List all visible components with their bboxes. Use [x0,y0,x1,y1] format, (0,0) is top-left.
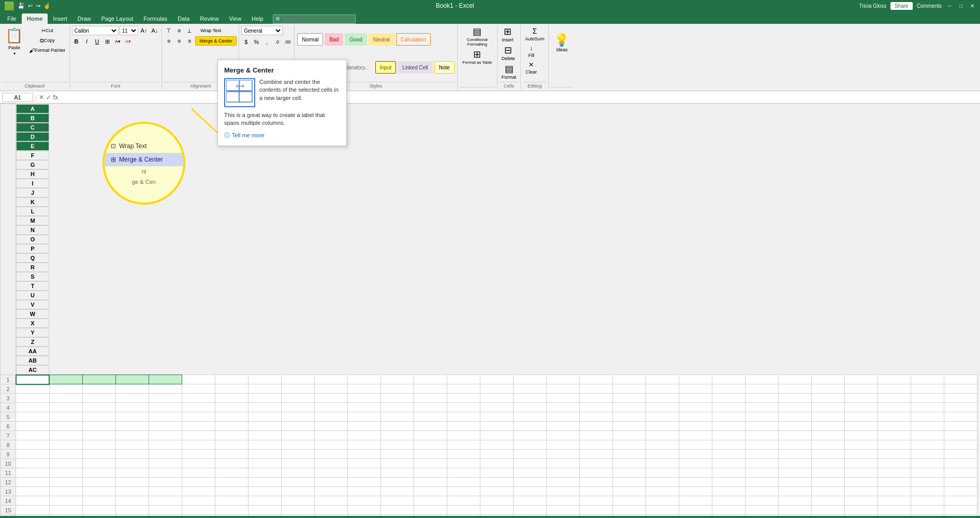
cell[interactable] [646,422,679,431]
cell[interactable] [49,384,82,394]
cell[interactable] [811,384,844,394]
cell[interactable] [16,375,50,384]
col-header-E[interactable]: E [16,141,49,151]
cell[interactable] [712,515,745,516]
cell[interactable] [612,431,646,440]
row-number-4[interactable]: 4 [1,403,16,412]
cell[interactable] [579,384,612,394]
cell[interactable] [381,450,414,459]
tab-insert[interactable]: Insert [48,13,72,24]
cell[interactable] [712,487,745,496]
col-header-J[interactable]: J [16,188,49,197]
col-header-K[interactable]: K [16,197,49,207]
cancel-formula-icon[interactable]: ✕ [39,94,44,101]
cell[interactable] [513,506,546,515]
cell[interactable] [248,375,281,384]
cell[interactable] [182,459,215,468]
cell[interactable] [248,403,281,412]
col-header-P[interactable]: P [16,244,49,253]
cell[interactable] [612,468,646,478]
cell[interactable] [811,403,844,412]
cell[interactable] [414,496,447,506]
cell[interactable] [115,496,149,506]
cell[interactable] [712,440,745,450]
cell[interactable] [944,431,977,440]
cell[interactable] [480,450,513,459]
cell[interactable] [347,487,381,496]
col-header-C[interactable]: C [16,123,49,132]
cell[interactable] [612,478,646,487]
cell[interactable] [82,440,115,450]
tab-data[interactable]: Data [172,13,195,24]
cell[interactable] [844,459,877,468]
cell[interactable] [447,515,480,516]
cell[interactable] [612,496,646,506]
cell[interactable] [579,468,612,478]
cell[interactable] [414,478,447,487]
cell[interactable] [513,468,546,478]
cell[interactable] [811,412,844,422]
cell[interactable] [877,459,911,468]
cell[interactable] [877,403,911,412]
copy-button[interactable]: ⧉ Copy [27,36,67,45]
cell[interactable] [844,375,877,384]
cell[interactable] [49,487,82,496]
cell[interactable] [215,375,248,384]
cell[interactable] [579,394,612,403]
cell[interactable] [944,506,977,515]
cell[interactable] [546,478,579,487]
cell[interactable] [16,384,50,394]
tab-page-layout[interactable]: Page Layout [96,13,138,24]
cell[interactable] [381,431,414,440]
close-button[interactable]: ✕ [969,2,976,9]
cell[interactable] [513,440,546,450]
cell[interactable] [579,440,612,450]
cell[interactable] [679,450,712,459]
cell[interactable] [414,515,447,516]
cell[interactable] [314,440,347,450]
cell[interactable] [513,394,546,403]
cell[interactable] [182,440,215,450]
cell[interactable] [182,384,215,394]
cell[interactable] [811,496,844,506]
row-number-5[interactable]: 5 [1,412,16,422]
row-number-2[interactable]: 2 [1,384,16,394]
cell[interactable] [115,506,149,515]
cell[interactable] [513,515,546,516]
cell[interactable] [513,403,546,412]
cell[interactable] [447,450,480,459]
cell[interactable] [579,459,612,468]
cell[interactable] [115,412,149,422]
cell[interactable] [778,468,811,478]
cell[interactable] [82,394,115,403]
cell[interactable] [778,384,811,394]
cell[interactable] [447,384,480,394]
cell[interactable] [447,375,480,384]
cell[interactable] [877,506,911,515]
cell[interactable] [844,478,877,487]
cell[interactable] [347,496,381,506]
cell[interactable] [16,394,50,403]
cell[interactable] [49,403,82,412]
cell[interactable] [347,394,381,403]
cell[interactable] [82,384,115,394]
cell[interactable] [215,384,248,394]
cell[interactable] [612,440,646,450]
cell[interactable] [49,412,82,422]
cell[interactable] [347,431,381,440]
cell[interactable] [182,394,215,403]
cell[interactable] [579,496,612,506]
cell[interactable] [513,459,546,468]
cell[interactable] [16,487,50,496]
cell[interactable] [314,478,347,487]
cell[interactable] [281,450,314,459]
cell[interactable] [248,450,281,459]
align-top-button[interactable]: ⊤ [164,26,173,35]
cell[interactable] [314,394,347,403]
cell[interactable] [712,394,745,403]
cell[interactable] [844,487,877,496]
cell[interactable] [513,487,546,496]
cell[interactable] [347,459,381,468]
align-center-button[interactable]: ≡ [174,36,184,46]
cell[interactable] [579,478,612,487]
